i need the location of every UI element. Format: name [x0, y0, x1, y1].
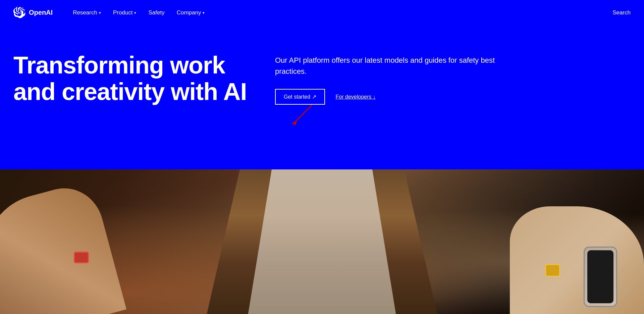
- nav-item-company[interactable]: Company ▾: [177, 9, 205, 16]
- nav-item-safety[interactable]: Safety: [148, 9, 164, 16]
- logo-text: OpenAI: [29, 9, 53, 16]
- phone-right: [584, 247, 617, 307]
- hero-title: Transforming work and creativity with AI: [13, 52, 248, 105]
- watch-left: [74, 252, 89, 263]
- phone-screen: [587, 250, 613, 303]
- nav-item-product[interactable]: Product ▾: [113, 9, 137, 16]
- nav-item-research[interactable]: Research ▾: [73, 9, 101, 16]
- main-nav: Research ▾ Product ▾ Safety Company ▾: [73, 9, 612, 16]
- hero-description: Our API platform offers our latest model…: [275, 55, 510, 77]
- svg-line-0: [295, 105, 312, 122]
- chevron-down-icon: ▾: [203, 11, 205, 15]
- hero-image-section: [0, 169, 644, 314]
- navbar: OpenAI Research ▾ Product ▾ Safety Compa…: [0, 0, 644, 25]
- get-started-button[interactable]: Get started ↗: [275, 89, 325, 105]
- svg-marker-1: [292, 120, 297, 125]
- chevron-down-icon: ▾: [99, 11, 101, 15]
- annotation-arrow: [288, 102, 315, 128]
- watch-right: [545, 264, 560, 277]
- for-developers-button[interactable]: For developers ↓: [336, 94, 376, 100]
- search-button[interactable]: Search: [612, 9, 631, 16]
- openai-logo-icon: [13, 7, 25, 19]
- hero-section: Transforming work and creativity with AI…: [0, 25, 644, 169]
- hero-right: Our API platform offers our latest model…: [248, 52, 631, 105]
- openai-logo[interactable]: OpenAI: [13, 7, 53, 19]
- hero-actions: Get started ↗ For developers ↓: [275, 89, 631, 105]
- hero-left: Transforming work and creativity with AI: [13, 52, 248, 105]
- chevron-down-icon: ▾: [134, 11, 136, 15]
